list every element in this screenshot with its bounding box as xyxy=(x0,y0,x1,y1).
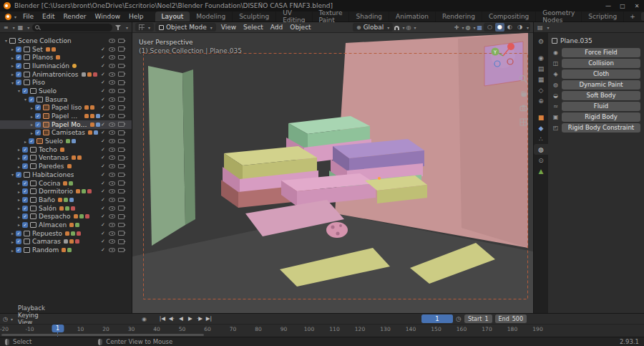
selectable-checkbox[interactable]: ✓ xyxy=(100,80,106,85)
selectable-checkbox[interactable]: ✓ xyxy=(100,181,106,186)
selectable-checkbox[interactable]: ✓ xyxy=(100,213,106,219)
outliner-item-dormitorio[interactable]: ▸✓Dormitorio✓ xyxy=(0,187,132,196)
selectable-checkbox[interactable]: ✓ xyxy=(100,155,106,160)
outliner-item-papel-montones[interactable]: ▸✓Papel Montones✓ xyxy=(0,120,132,129)
close-button[interactable]: ✕ xyxy=(630,3,644,9)
outliner-item-repuesto[interactable]: ▸✓Repuesto✓ xyxy=(0,229,132,238)
viewport-menu-object[interactable]: Object xyxy=(286,24,314,31)
properties-tab-scene[interactable]: ◇ xyxy=(534,85,548,95)
menu-render[interactable]: Render xyxy=(59,11,91,21)
play-reverse-button[interactable]: ◀ xyxy=(177,314,185,323)
properties-tab-output[interactable]: ▤ xyxy=(534,63,548,74)
selectable-checkbox[interactable]: ✓ xyxy=(100,47,106,52)
expand-arrow-icon[interactable]: ▸ xyxy=(9,63,16,68)
selectable-checkbox[interactable]: ✓ xyxy=(100,163,106,169)
shading-material-icon[interactable]: ◐ xyxy=(505,23,514,32)
filter-icon[interactable] xyxy=(115,24,122,31)
toggle-xray-icon[interactable]: ▦ xyxy=(477,24,482,31)
exclude-checkbox[interactable]: ✓ xyxy=(35,122,41,128)
hide-in-viewport-eye-icon[interactable] xyxy=(109,122,115,127)
outliner-item-scene-collection[interactable]: ▾Scene Collection xyxy=(0,37,132,45)
hide-in-viewport-eye-icon[interactable] xyxy=(109,148,115,152)
expand-arrow-icon[interactable]: ▸ xyxy=(29,130,35,135)
hide-in-viewport-eye-icon[interactable] xyxy=(109,231,115,236)
outliner-item-suelo[interactable]: ▸✓Suelo✓ xyxy=(0,137,132,145)
selectable-checkbox[interactable]: ✓ xyxy=(100,197,106,203)
disable-in-render-camera-icon[interactable] xyxy=(118,139,125,144)
workspace-tab-shading[interactable]: Shading xyxy=(349,11,389,21)
hide-in-viewport-eye-icon[interactable] xyxy=(109,80,115,85)
hide-in-viewport-eye-icon[interactable] xyxy=(109,139,115,143)
add-workspace-button[interactable]: + xyxy=(624,11,641,21)
maximize-button[interactable]: □ xyxy=(615,3,630,9)
hide-in-viewport-eye-icon[interactable] xyxy=(109,64,115,68)
navigation-gizmo[interactable]: Y xyxy=(487,40,519,72)
disable-in-render-camera-icon[interactable] xyxy=(118,89,125,94)
move-view-hand-icon[interactable] xyxy=(519,89,528,98)
outliner-item-animatronicos[interactable]: ▸✓Animatronicos✓ xyxy=(0,70,132,79)
exclude-checkbox[interactable]: ✓ xyxy=(16,47,21,52)
expand-arrow-icon[interactable]: ▸ xyxy=(9,47,16,52)
outliner-item-ventanas[interactable]: ▸✓Ventanas✓ xyxy=(0,154,132,163)
exclude-checkbox[interactable]: ✓ xyxy=(16,172,21,178)
expand-arrow-icon[interactable]: ▸ xyxy=(16,164,22,169)
disable-in-render-camera-icon[interactable] xyxy=(118,155,125,160)
hide-in-viewport-eye-icon[interactable] xyxy=(109,89,115,93)
selectable-checkbox[interactable]: ✓ xyxy=(100,72,106,77)
hide-in-viewport-eye-icon[interactable] xyxy=(109,114,115,118)
dynamic-paint-button[interactable]: Dynamic Paint xyxy=(562,80,640,90)
expand-arrow-icon[interactable]: ▸ xyxy=(29,122,35,127)
workspace-tab-modeling[interactable]: Modeling xyxy=(190,11,233,21)
selectable-checkbox[interactable]: ✓ xyxy=(100,247,106,253)
collision-button[interactable]: Collision xyxy=(562,59,640,68)
disable-in-render-camera-icon[interactable] xyxy=(118,181,125,186)
frame-end-field[interactable]: End 500 xyxy=(495,314,527,323)
selectable-checkbox[interactable]: ✓ xyxy=(100,113,106,119)
timeline-editor-type-icon[interactable]: ◷ xyxy=(3,316,8,322)
disable-in-render-camera-icon[interactable] xyxy=(118,173,125,178)
exclude-checkbox[interactable]: ✓ xyxy=(22,222,28,228)
next-keyframe-button[interactable]: ·▶ xyxy=(195,314,204,323)
outliner-item-camisetas[interactable]: ▸✓Camisetas✓ xyxy=(0,129,132,138)
fluid-button[interactable]: Fluid xyxy=(562,102,640,111)
outliner-item-iluminacion[interactable]: ▸✓Iluminación✓ xyxy=(0,62,132,70)
hide-in-viewport-eye-icon[interactable] xyxy=(109,223,115,227)
snap-magnet-icon[interactable] xyxy=(394,26,399,30)
exclude-checkbox[interactable]: ✓ xyxy=(22,147,28,153)
timeline-ruler[interactable]: 1 -20-1010203040506070809010011012013014… xyxy=(0,324,644,337)
selectable-checkbox[interactable]: ✓ xyxy=(100,130,106,135)
mode-dropdown[interactable]: Object Mode ▾ xyxy=(155,23,216,32)
disable-in-render-camera-icon[interactable] xyxy=(118,206,125,211)
viewport-menu-view[interactable]: View xyxy=(218,24,240,31)
workspace-tab-sculpting[interactable]: Sculpting xyxy=(233,11,276,21)
exclude-checkbox[interactable]: ✓ xyxy=(22,181,28,186)
outliner-item-papel-liso[interactable]: ▸✓Papel liso✓ xyxy=(0,104,132,112)
show-overlays-icon[interactable]: ◍ xyxy=(465,24,470,31)
disable-in-render-camera-icon[interactable] xyxy=(118,97,125,102)
properties-tab-tool[interactable]: ⚙ xyxy=(534,36,548,47)
outliner-item-camaras[interactable]: ▸✓Camaras✓ xyxy=(0,238,132,246)
disable-in-render-camera-icon[interactable] xyxy=(118,231,125,236)
exclude-checkbox[interactable]: ✓ xyxy=(16,72,21,77)
exclude-checkbox[interactable]: ✓ xyxy=(35,105,41,110)
outliner-item-almacen[interactable]: ▸✓Almacen✓ xyxy=(0,221,132,229)
exclude-checkbox[interactable]: ✓ xyxy=(22,213,28,219)
outliner-item-planos[interactable]: ▸✓Planos✓ xyxy=(0,53,132,62)
properties-tab-object[interactable]: ■ xyxy=(534,112,548,122)
disable-in-render-camera-icon[interactable] xyxy=(118,105,125,110)
expand-arrow-icon[interactable]: ▸ xyxy=(16,181,22,186)
expand-arrow-icon[interactable]: ▾ xyxy=(16,88,22,93)
selectable-checkbox[interactable]: ✓ xyxy=(100,147,106,153)
camera-view-icon[interactable] xyxy=(519,103,528,112)
viewport-menu-select[interactable]: Select xyxy=(240,24,267,31)
auto-keying-toggle[interactable]: ◉ xyxy=(142,316,147,322)
shading-wireframe-icon[interactable]: ○ xyxy=(485,23,494,32)
previous-keyframe-button[interactable]: ◀· xyxy=(167,314,176,323)
exclude-checkbox[interactable]: ✓ xyxy=(22,88,28,94)
workspace-tab-compositing[interactable]: Compositing xyxy=(482,11,536,21)
disable-in-render-camera-icon[interactable] xyxy=(118,248,125,253)
selectable-checkbox[interactable]: ✓ xyxy=(100,88,106,94)
exclude-checkbox[interactable]: ✓ xyxy=(35,113,41,119)
exclude-checkbox[interactable]: ✓ xyxy=(16,247,21,253)
workspace-tab-texture-paint[interactable]: Texture Paint xyxy=(313,11,350,21)
